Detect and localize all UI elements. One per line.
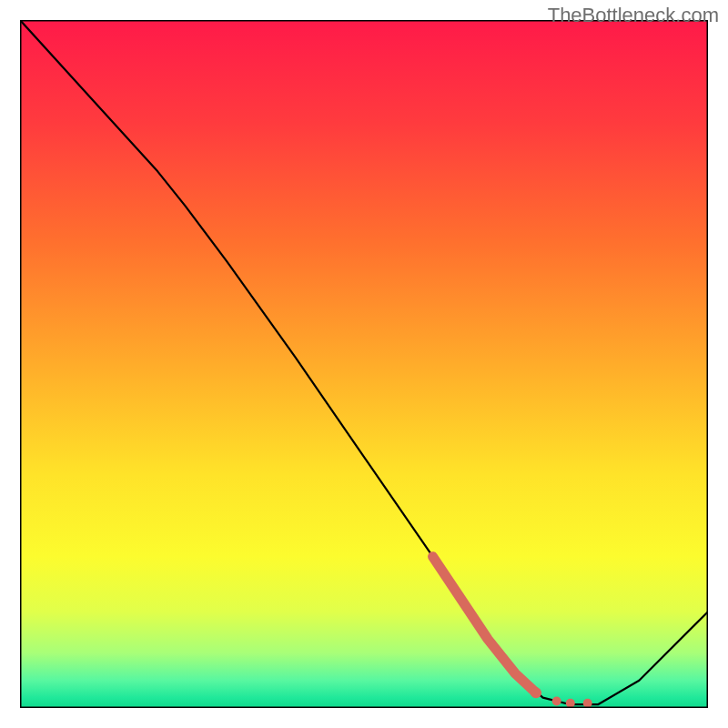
plot-area bbox=[20, 20, 708, 708]
gradient-background bbox=[20, 20, 708, 708]
highlight-dot bbox=[566, 699, 575, 708]
chart-container: TheBottleneck.com bbox=[0, 0, 728, 728]
highlight-dot bbox=[583, 699, 592, 708]
highlight-dot bbox=[552, 696, 561, 705]
highlight-dot bbox=[531, 687, 541, 698]
chart-svg bbox=[20, 20, 708, 708]
watermark-text: TheBottleneck.com bbox=[548, 4, 719, 27]
